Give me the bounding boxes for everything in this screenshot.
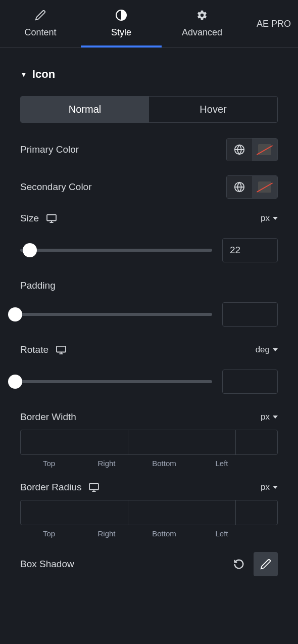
chevron-down-icon — [273, 416, 278, 419]
size-slider[interactable] — [20, 249, 212, 252]
border-radius-unit-select[interactable]: px — [261, 482, 278, 492]
ae-pro-badge[interactable]: AE PRO — [257, 18, 291, 29]
tab-advanced[interactable]: Advanced — [162, 9, 242, 47]
bw-left-label: Left — [193, 459, 251, 468]
box-shadow-row: Box Shadow — [8, 552, 290, 576]
bw-right-label: Right — [78, 459, 135, 468]
panel-content: ▼ Icon Normal Hover Primary Color Second… — [0, 48, 298, 586]
rotate-slider[interactable] — [15, 380, 212, 383]
state-tab-hover[interactable]: Hover — [149, 97, 277, 122]
undo-icon — [233, 559, 244, 570]
tab-content[interactable]: Content — [0, 9, 81, 47]
pencil-icon — [34, 9, 46, 21]
rotate-row: Rotate deg — [8, 344, 290, 355]
size-slider-row — [8, 238, 290, 262]
rotate-slider-row — [8, 370, 290, 394]
border-width-inputs — [20, 430, 278, 455]
secondary-color-label: Secondary Color — [20, 181, 92, 193]
tab-advanced-label: Advanced — [182, 27, 222, 38]
tab-content-label: Content — [24, 27, 56, 38]
rotate-unit-select[interactable]: deg — [256, 345, 278, 355]
tab-style[interactable]: Style — [81, 9, 162, 47]
br-left-label: Left — [193, 529, 251, 538]
main-tabs: Content Style Advanced AE PRO — [0, 0, 298, 48]
size-slider-thumb[interactable] — [23, 243, 37, 257]
secondary-color-row: Secondary Color — [8, 175, 290, 199]
gear-icon — [196, 9, 208, 21]
border-width-top-input[interactable] — [21, 430, 128, 454]
primary-color-label: Primary Color — [20, 144, 79, 155]
desktop-icon[interactable] — [56, 345, 67, 354]
desktop-icon[interactable] — [88, 483, 100, 492]
primary-color-row: Primary Color — [8, 138, 290, 161]
padding-input[interactable] — [222, 302, 278, 327]
border-radius-top-input[interactable] — [21, 500, 128, 525]
primary-color-swatch[interactable] — [252, 139, 277, 161]
padding-slider-row — [8, 302, 290, 327]
size-row: Size px — [8, 213, 290, 224]
chevron-down-icon: ▼ — [20, 70, 27, 78]
svg-rect-11 — [89, 484, 98, 490]
br-bottom-label: Bottom — [135, 529, 193, 538]
svg-rect-8 — [57, 346, 66, 352]
primary-color-control — [226, 138, 278, 161]
border-radius-right-input[interactable] — [128, 500, 236, 525]
padding-slider-thumb[interactable] — [8, 307, 22, 321]
size-unit-select[interactable]: px — [261, 213, 278, 223]
border-width-dim-labels: Top Right Bottom Left — [20, 459, 278, 468]
secondary-color-global-button[interactable] — [227, 176, 252, 198]
box-shadow-edit-button[interactable] — [254, 552, 278, 576]
rotate-label: Rotate — [20, 344, 67, 355]
chevron-down-icon — [273, 486, 278, 489]
rotate-input[interactable] — [222, 370, 278, 394]
secondary-color-control — [226, 175, 278, 199]
bw-top-label: Top — [20, 459, 78, 468]
br-right-label: Right — [78, 529, 135, 538]
secondary-color-swatch[interactable] — [252, 176, 277, 198]
state-tab-normal[interactable]: Normal — [21, 97, 149, 122]
primary-color-global-button[interactable] — [227, 139, 252, 161]
section-title: Icon — [32, 68, 55, 81]
contrast-icon — [115, 9, 127, 21]
section-header-icon[interactable]: ▼ Icon — [8, 68, 290, 96]
bw-bottom-label: Bottom — [135, 459, 193, 468]
border-radius-bottom-input[interactable] — [236, 500, 278, 525]
desktop-icon[interactable] — [46, 214, 57, 223]
br-top-label: Top — [20, 529, 78, 538]
rotate-slider-thumb[interactable] — [8, 375, 22, 389]
border-width-right-input[interactable] — [128, 430, 236, 454]
border-width-row: Border Width px — [8, 411, 290, 423]
size-input[interactable] — [222, 238, 278, 262]
border-width-bottom-input[interactable] — [236, 430, 278, 454]
svg-rect-5 — [47, 215, 56, 221]
chevron-down-icon — [273, 217, 278, 220]
pencil-icon — [260, 559, 271, 570]
border-radius-label: Border Radius — [20, 482, 100, 493]
chevron-down-icon — [273, 348, 278, 351]
tab-style-label: Style — [111, 27, 131, 38]
box-shadow-label: Box Shadow — [20, 559, 74, 570]
size-label: Size — [20, 213, 57, 224]
globe-icon — [234, 144, 245, 155]
padding-label: Padding — [8, 280, 290, 291]
box-shadow-reset-button[interactable] — [232, 558, 245, 571]
border-width-label: Border Width — [20, 411, 76, 423]
border-radius-row: Border Radius px — [8, 482, 290, 493]
padding-slider[interactable] — [15, 313, 212, 316]
border-radius-dim-labels: Top Right Bottom Left — [20, 529, 278, 538]
globe-icon — [234, 181, 245, 193]
border-radius-inputs — [20, 500, 278, 525]
border-width-unit-select[interactable]: px — [261, 412, 278, 422]
state-tabs: Normal Hover — [20, 96, 278, 123]
